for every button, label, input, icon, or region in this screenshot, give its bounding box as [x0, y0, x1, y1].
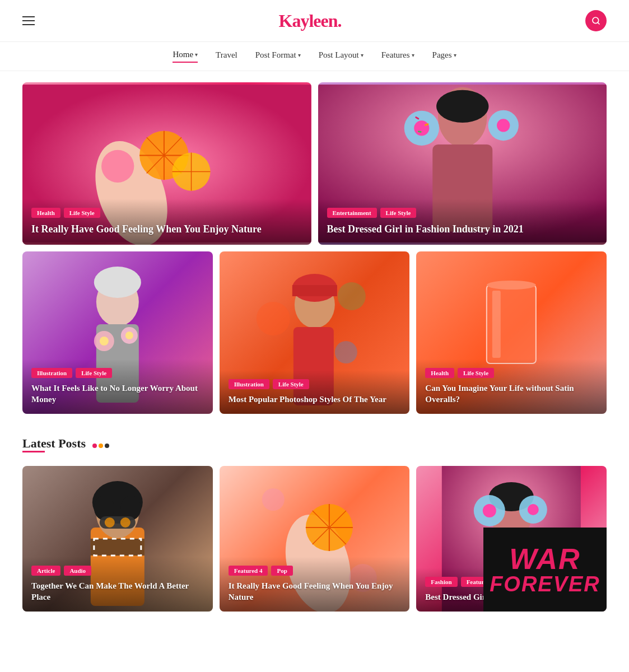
- small-card-1[interactable]: Illustration Life Style What It Feels Li…: [22, 251, 213, 414]
- tag-pop[interactable]: Pop: [271, 566, 292, 576]
- forever-text: FOREVER: [490, 573, 600, 595]
- nav-item-home[interactable]: Home ▾: [173, 50, 198, 63]
- svg-point-20: [497, 119, 510, 132]
- nav-item-post-layout[interactable]: Post Layout ▾: [319, 50, 364, 62]
- section-underline: [22, 451, 45, 452]
- svg-point-58: [262, 488, 284, 511]
- svg-point-67: [528, 504, 539, 515]
- hero-card-1-title: It Really Have Good Feeling When You Enj…: [31, 222, 302, 236]
- chevron-down-icon: ▾: [361, 52, 364, 58]
- tag-article[interactable]: Article: [31, 566, 60, 576]
- small-card-2-title: Most Popular Photoshop Styles Of The Yea…: [229, 394, 401, 405]
- latest-card-1[interactable]: Article Audio Together We Can Make The W…: [22, 466, 213, 612]
- tag-entertainment[interactable]: Entertainment: [327, 208, 377, 218]
- nav-item-post-format[interactable]: Post Format ▾: [255, 50, 301, 62]
- svg-rect-43: [91, 539, 145, 556]
- chevron-down-icon: ▾: [454, 52, 456, 58]
- tag-row-small-3: Health Life Style: [425, 368, 598, 378]
- svg-point-30: [125, 332, 133, 339]
- svg-point-25: [94, 267, 141, 298]
- card-overlay-latest-2: Featured 4 Pop It Really Have Good Feeli…: [220, 557, 410, 612]
- small-card-1-title: What It Feels Like to No Longer Worry Ab…: [31, 382, 204, 405]
- tag-health-2[interactable]: Health: [425, 368, 454, 378]
- tag-illustration-2[interactable]: Illustration: [229, 379, 269, 389]
- card-overlay-latest-1: Article Audio Together We Can Make The W…: [22, 557, 213, 612]
- svg-point-18: [414, 120, 429, 136]
- svg-point-51: [120, 517, 131, 528]
- svg-line-1: [598, 22, 599, 24]
- war-forever-overlay: WAR FOREVER: [483, 528, 607, 612]
- tag-health[interactable]: Health: [31, 208, 60, 218]
- svg-point-37: [334, 341, 357, 363]
- chevron-down-icon: ▾: [195, 52, 198, 58]
- latest-card-3[interactable]: Fashion Featured 3 Best Dressed Girl in …: [416, 466, 607, 612]
- svg-point-35: [256, 302, 290, 335]
- section-title: Latest Posts: [22, 436, 86, 451]
- nav-label-post-layout: Post Layout: [319, 50, 359, 60]
- tag-audio[interactable]: Audio: [64, 566, 91, 576]
- small-grid: Illustration Life Style What It Feels Li…: [22, 251, 607, 414]
- nav-label-travel: Travel: [216, 50, 237, 60]
- nav-item-features[interactable]: Features ▾: [381, 50, 414, 62]
- tag-row-latest-2: Featured 4 Pop: [229, 566, 401, 576]
- war-text: WAR: [509, 544, 580, 573]
- latest-card-2-title: It Really Have Good Feeling When You Enj…: [229, 580, 401, 603]
- logo-dot: .: [337, 11, 341, 31]
- site-logo: Kayleen.: [279, 11, 342, 31]
- tag-row-small-1: Illustration Life Style: [31, 368, 204, 378]
- nav-item-pages[interactable]: Pages ▾: [432, 50, 456, 62]
- small-card-3-title: Can You Imagine Your Life without Satin …: [425, 382, 598, 405]
- nav-label-pages: Pages: [432, 50, 452, 60]
- dot-orange: [99, 444, 103, 448]
- svg-point-16: [436, 90, 488, 123]
- chevron-down-icon: ▾: [412, 52, 414, 58]
- latest-card-1-title: Together We Can Make The World A Better …: [31, 580, 204, 603]
- tag-lifestyle-4[interactable]: Life Style: [273, 379, 309, 389]
- nav-label-post-format: Post Format: [255, 50, 296, 60]
- nav-label-home: Home: [173, 50, 193, 59]
- small-card-2[interactable]: Illustration Life Style Most Popular Pho…: [220, 251, 410, 414]
- hero-grid: Health Life Style It Really Have Good Fe…: [22, 82, 607, 245]
- main-content: Health Life Style It Really Have Good Fe…: [0, 71, 629, 623]
- tag-fashion[interactable]: Fashion: [425, 577, 457, 587]
- tag-row-small-2: Illustration Life Style: [229, 379, 401, 389]
- search-button[interactable]: [585, 10, 607, 31]
- tag-row-1: Health Life Style: [31, 208, 302, 218]
- section-title-row: Latest Posts: [22, 436, 607, 455]
- hero-card-2-title: Best Dressed Girl in Fashion Industry in…: [327, 222, 598, 236]
- svg-point-65: [483, 504, 496, 517]
- card-overlay-small-2: Illustration Life Style Most Popular Pho…: [220, 370, 410, 414]
- card-overlay-2: Entertainment Life Style Best Dressed Gi…: [318, 199, 607, 245]
- svg-point-41: [487, 281, 536, 290]
- tag-lifestyle[interactable]: Life Style: [64, 208, 100, 218]
- dot-dark: [105, 444, 109, 448]
- svg-rect-33: [292, 285, 337, 296]
- hero-card-1[interactable]: Health Life Style It Really Have Good Fe…: [22, 82, 311, 245]
- card-overlay-small-3: Health Life Style Can You Imagine Your L…: [416, 359, 607, 414]
- search-icon: [591, 16, 600, 25]
- svg-point-36: [337, 282, 365, 310]
- card-overlay-small-1: Illustration Life Style What It Feels Li…: [22, 359, 213, 414]
- latest-posts-section: Latest Posts: [22, 436, 607, 612]
- chevron-down-icon: ▾: [298, 52, 301, 58]
- hero-card-2[interactable]: Entertainment Life Style Best Dressed Gi…: [318, 82, 607, 245]
- site-header: Kayleen.: [0, 0, 629, 42]
- tag-lifestyle-3[interactable]: Life Style: [76, 368, 112, 378]
- nav-item-travel[interactable]: Travel: [216, 50, 237, 62]
- hamburger-menu[interactable]: [22, 16, 35, 25]
- section-dots: [92, 444, 109, 448]
- main-nav: Home ▾ Travel Post Format ▾ Post Layout …: [0, 42, 629, 71]
- dot-red: [92, 444, 97, 448]
- svg-point-28: [100, 337, 109, 346]
- nav-label-features: Features: [381, 50, 410, 60]
- card-overlay-1: Health Life Style It Really Have Good Fe…: [22, 199, 311, 245]
- tag-illustration-1[interactable]: Illustration: [31, 368, 72, 378]
- latest-card-2[interactable]: Featured 4 Pop It Really Have Good Feeli…: [220, 466, 410, 612]
- tag-row-2: Entertainment Life Style: [327, 208, 598, 218]
- svg-point-50: [105, 517, 115, 528]
- small-card-3[interactable]: Health Life Style Can You Imagine Your L…: [416, 251, 607, 414]
- logo-text: Kayleen: [279, 11, 338, 31]
- tag-featured4[interactable]: Featured 4: [229, 566, 268, 576]
- tag-lifestyle-5[interactable]: Life Style: [458, 368, 494, 378]
- tag-lifestyle-2[interactable]: Life Style: [380, 208, 417, 218]
